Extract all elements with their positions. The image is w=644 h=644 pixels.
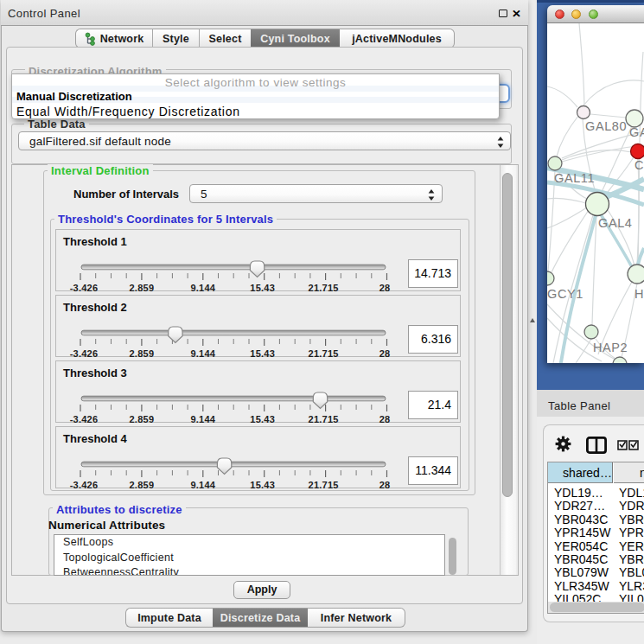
- svg-text:9.144: 9.144: [190, 414, 215, 424]
- svg-text:28: 28: [379, 283, 391, 293]
- svg-text:GAL11: GAL11: [554, 171, 595, 185]
- svg-text:GA: GA: [629, 125, 644, 139]
- svg-text:28: 28: [379, 348, 391, 359]
- svg-text:-3.426: -3.426: [70, 414, 99, 424]
- svg-text:-3.426: -3.426: [70, 348, 99, 359]
- svg-text:HAP2: HAP2: [593, 341, 628, 354]
- svg-text:15.43: 15.43: [250, 480, 275, 490]
- svg-text:15.43: 15.43: [250, 348, 275, 359]
- svg-text:9.144: 9.144: [190, 348, 215, 359]
- svg-text:21.715: 21.715: [309, 414, 339, 424]
- svg-text:21.715: 21.715: [309, 348, 339, 359]
- svg-text:15.43: 15.43: [250, 414, 275, 424]
- svg-text:2.859: 2.859: [130, 480, 155, 490]
- svg-text:GAL80: GAL80: [585, 119, 627, 133]
- svg-text:GCY1: GCY1: [547, 287, 583, 301]
- svg-text:2.859: 2.859: [130, 348, 155, 359]
- svg-text:21.715: 21.715: [309, 480, 339, 490]
- svg-text:9.144: 9.144: [190, 283, 215, 293]
- svg-text:GAL4: GAL4: [598, 216, 632, 230]
- svg-text:-3.426: -3.426: [70, 283, 99, 293]
- svg-text:21.715: 21.715: [309, 283, 339, 293]
- svg-text:C: C: [634, 158, 644, 172]
- svg-text:28: 28: [379, 480, 391, 490]
- svg-text:15.43: 15.43: [250, 283, 275, 293]
- svg-text:-3.426: -3.426: [70, 480, 99, 490]
- svg-text:H: H: [634, 287, 644, 301]
- svg-text:2.859: 2.859: [130, 414, 155, 424]
- svg-text:28: 28: [379, 414, 391, 424]
- svg-text:9.144: 9.144: [190, 480, 215, 490]
- svg-text:2.859: 2.859: [130, 283, 155, 293]
